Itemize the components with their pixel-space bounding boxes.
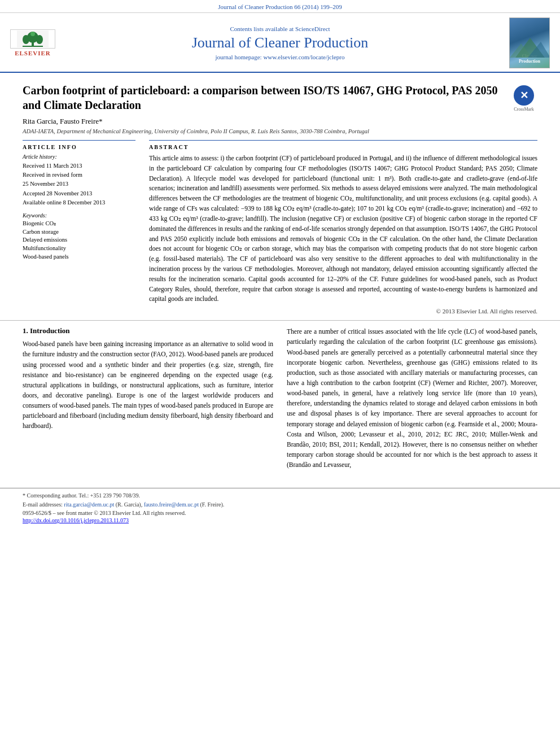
keyword-2: Carbon storage xyxy=(23,228,135,237)
journal-header-center: Contents lists available at ScienceDirec… xyxy=(61,25,499,60)
authors: Rita Garcia, Fausto Freire* xyxy=(23,117,537,126)
abstract-title: ABSTRACT xyxy=(149,144,537,150)
issn-line: 0959-6526/$ – see front matter © 2013 El… xyxy=(23,510,537,516)
keyword-5: Wood-based panels xyxy=(23,253,135,261)
body-two-col: 1. Introduction Wood-based panels have b… xyxy=(23,326,537,474)
svg-point-4 xyxy=(36,35,43,44)
cover-mountain-icon xyxy=(510,35,550,58)
journal-title: Journal of Cleaner Production xyxy=(61,34,499,51)
crossmark-badge: ✕ CrossMark xyxy=(510,85,537,112)
online-date: Available online 8 December 2013 xyxy=(23,198,135,207)
abstract-col: ABSTRACT This article aims to assess: i)… xyxy=(149,140,537,314)
doi-line: http://dx.doi.org/10.1016/j.jclepro.2013… xyxy=(23,517,537,523)
corresponding-author: * Corresponding author. Tel.: +351 239 7… xyxy=(23,492,537,500)
email1-link[interactable]: rita.garcia@dem.uc.pt xyxy=(64,501,114,508)
keywords-section: Keywords: Biogenic CO₂ Carbon storage De… xyxy=(23,212,135,261)
history-label: Article history: xyxy=(23,154,135,160)
contents-available: Contents lists available at ScienceDirec… xyxy=(61,25,499,32)
keywords-label: Keywords: xyxy=(23,212,135,219)
email2-link[interactable]: fausto.freire@dem.uc.pt xyxy=(144,501,199,508)
svg-point-5 xyxy=(30,32,35,36)
body-area: 1. Introduction Wood-based panels have b… xyxy=(0,321,560,483)
crossmark-label: CrossMark xyxy=(514,107,534,112)
elsevier-label: ELSEVIER xyxy=(15,50,51,56)
footnote-area: * Corresponding author. Tel.: +351 239 7… xyxy=(0,488,560,527)
crossmark-icon: ✕ xyxy=(520,90,528,101)
body-right-col: There are a number of critical issues as… xyxy=(287,326,537,474)
info-abstract-row: ARTICLE INFO Article history: Received 1… xyxy=(23,140,537,314)
doi-link[interactable]: http://dx.doi.org/10.1016/j.jclepro.2013… xyxy=(23,517,129,523)
svg-point-3 xyxy=(23,35,29,44)
affiliation: ADAI-IAETA, Department of Mechanical Eng… xyxy=(23,128,537,134)
article-title-row: Carbon footprint of particleboard: a com… xyxy=(23,83,537,112)
journal-cover-area: Cleaner Production xyxy=(499,18,550,68)
intro-heading: 1. Introduction xyxy=(23,326,273,335)
body-left-col: 1. Introduction Wood-based panels have b… xyxy=(23,326,273,474)
elsevier-logo-area: ELSEVIER xyxy=(10,29,61,56)
email-line: E-mail addresses: rita.garcia@dem.uc.pt … xyxy=(23,501,537,509)
intro-right-p1: There are a number of critical issues as… xyxy=(287,326,537,470)
article-title: Carbon footprint of particleboard: a com… xyxy=(23,83,500,112)
article-info-title: ARTICLE INFO xyxy=(23,144,135,150)
revised-date: 25 November 2013 xyxy=(23,180,135,188)
article-info: ARTICLE INFO Article history: Received 1… xyxy=(23,140,135,314)
journal-header: ELSEVIER Contents lists available at Sci… xyxy=(0,13,560,73)
revised-label: Received in revised form xyxy=(23,171,135,179)
top-citation-bar: Journal of Cleaner Production 66 (2014) … xyxy=(0,0,560,13)
keyword-1: Biogenic CO₂ xyxy=(23,220,135,228)
keyword-4: Multifunctionality xyxy=(23,244,135,253)
crossmark-circle: ✕ xyxy=(514,85,534,106)
sciencedirect-link[interactable]: ScienceDirect xyxy=(295,25,330,32)
abstract-text: This article aims to assess: i) the carb… xyxy=(149,154,537,304)
keyword-3: Delayed emissions xyxy=(23,236,135,244)
elsevier-tree-icon xyxy=(17,30,49,47)
svg-rect-6 xyxy=(23,46,43,47)
elsevier-logo: ELSEVIER xyxy=(10,29,55,56)
article-area: Carbon footprint of particleboard: a com… xyxy=(0,73,560,321)
cover-image: Cleaner Production xyxy=(509,18,550,68)
accepted-date: Accepted 28 November 2013 xyxy=(23,189,135,198)
elsevier-logo-box xyxy=(10,29,55,49)
received-date: Received 11 March 2013 xyxy=(23,161,135,170)
journal-citation: Journal of Cleaner Production 66 (2014) … xyxy=(218,3,342,10)
journal-homepage: journal homepage: www.elsevier.com/locat… xyxy=(61,54,499,60)
copyright: © 2013 Elsevier Ltd. All rights reserved… xyxy=(149,308,537,314)
intro-left-p1: Wood-based panels have been gaining incr… xyxy=(23,339,273,431)
